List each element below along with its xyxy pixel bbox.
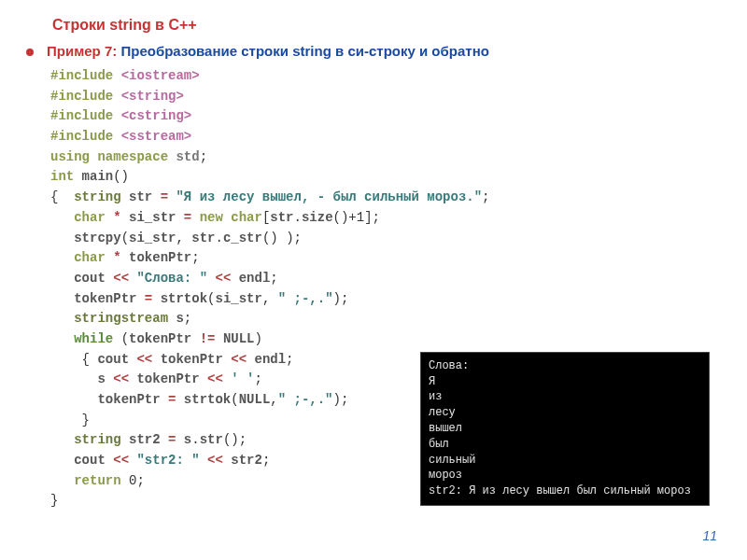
page-number: 11 <box>702 528 717 543</box>
console-output: Слова: Я из лесу вышел был сильный мороз… <box>420 352 710 506</box>
example-subtitle: Пример 7: Преобразование строки string в… <box>47 43 489 59</box>
example-label: Пример 7: <box>47 43 117 59</box>
bullet-icon <box>26 49 34 56</box>
slide: Строки string в С++ Пример 7: Преобразов… <box>0 0 747 560</box>
example-heading: Пример 7: Преобразование строки string в… <box>26 43 719 59</box>
slide-title: Строки string в С++ <box>52 17 719 34</box>
example-text: Преобразование строки string в си-строку… <box>117 43 489 59</box>
